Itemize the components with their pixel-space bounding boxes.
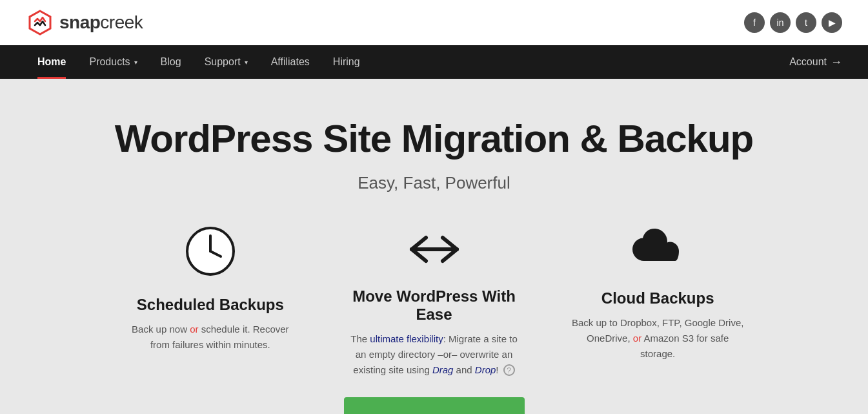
cta-button[interactable] bbox=[344, 397, 525, 414]
support-chevron-icon: ▾ bbox=[245, 59, 248, 66]
nav-item-home[interactable]: Home bbox=[26, 45, 77, 79]
nav-item-affiliates[interactable]: Affiliates bbox=[259, 45, 321, 79]
nav-items: Home Products ▾ Blog Support ▾ Affiliate… bbox=[26, 45, 372, 79]
twitter-icon[interactable]: t bbox=[796, 12, 816, 33]
feature-move-wordpress: Move WordPress With Ease The ultimate fl… bbox=[322, 225, 546, 378]
feature-scheduled-backups: Scheduled Backups Back up now or schedul… bbox=[99, 225, 323, 378]
arrows-icon bbox=[405, 225, 463, 277]
hero-section: WordPress Site Migration & Backup Easy, … bbox=[0, 79, 868, 414]
logo[interactable]: snapcreek bbox=[26, 8, 143, 37]
hero-subtitle: Easy, Fast, Powerful bbox=[26, 173, 842, 193]
logo-icon bbox=[26, 8, 54, 37]
linkedin-icon[interactable]: in bbox=[770, 12, 791, 33]
facebook-icon[interactable]: f bbox=[744, 12, 765, 33]
youtube-icon[interactable]: ▶ bbox=[822, 12, 842, 33]
account-arrow-icon: → bbox=[831, 56, 842, 69]
feature-cloud-backups: Cloud Backups Back up to Dropbox, FTP, G… bbox=[546, 225, 770, 378]
nav-item-hiring[interactable]: Hiring bbox=[321, 45, 372, 79]
svg-marker-0 bbox=[30, 11, 50, 34]
cloud-backups-title: Cloud Backups bbox=[601, 289, 714, 307]
main-navbar: Home Products ▾ Blog Support ▾ Affiliate… bbox=[0, 45, 868, 79]
nav-item-support[interactable]: Support ▾ bbox=[193, 45, 259, 79]
scheduled-backups-desc: Back up now or schedule it. Recover from… bbox=[125, 322, 297, 353]
move-wordpress-desc: The ultimate flexibility: Migrate a site… bbox=[348, 331, 520, 378]
hero-title: WordPress Site Migration & Backup bbox=[26, 118, 842, 160]
products-chevron-icon: ▾ bbox=[134, 59, 137, 66]
account-link[interactable]: Account → bbox=[789, 56, 842, 69]
cta-area bbox=[26, 378, 842, 414]
info-icon[interactable]: ? bbox=[503, 364, 515, 376]
scheduled-backups-title: Scheduled Backups bbox=[137, 296, 284, 314]
features-grid: Scheduled Backups Back up now or schedul… bbox=[47, 225, 822, 378]
logo-text: snapcreek bbox=[59, 12, 143, 33]
nav-item-blog[interactable]: Blog bbox=[149, 45, 193, 79]
social-icons-group: f in t ▶ bbox=[744, 12, 842, 33]
site-header: snapcreek f in t ▶ bbox=[0, 0, 868, 45]
cloud-icon bbox=[629, 225, 687, 279]
cloud-backups-desc: Back up to Dropbox, FTP, Google Drive, O… bbox=[572, 315, 744, 362]
clock-icon bbox=[185, 225, 236, 285]
nav-item-products[interactable]: Products ▾ bbox=[77, 45, 148, 79]
move-wordpress-title: Move WordPress With Ease bbox=[348, 287, 520, 324]
